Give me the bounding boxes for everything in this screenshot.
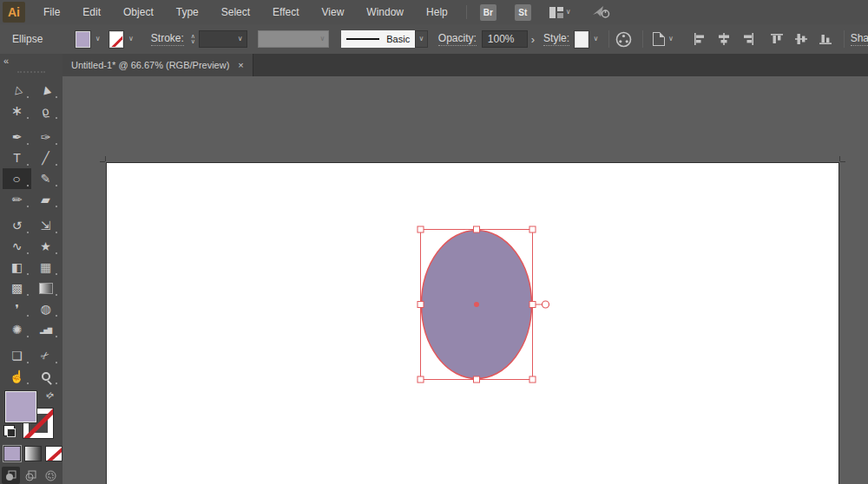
opacity-input[interactable]: 100%	[482, 30, 528, 48]
stepper-down-icon[interactable]: ∨	[191, 39, 195, 44]
shape-builder-tool[interactable]: ◧	[3, 257, 31, 278]
hand-tool[interactable]: ☝	[3, 366, 31, 387]
ellipse-tool[interactable]: ○	[3, 168, 31, 189]
menu-effect[interactable]: Effect	[261, 0, 310, 24]
handle-bottom-center[interactable]	[474, 376, 480, 383]
opacity-value: 100%	[488, 33, 515, 45]
zoom-tool[interactable]	[31, 366, 60, 387]
brush-definition-dropdown[interactable]: Basic	[341, 30, 415, 48]
control-bar: Ellipse ∨ ∨ Stroke: ∧ ∨ ∨ ∨ Basic ∨ Opac…	[0, 24, 868, 55]
handle-bottom-right[interactable]	[529, 376, 536, 383]
style-swatch[interactable]	[575, 31, 589, 48]
gradient-tool[interactable]	[31, 278, 60, 298]
align-center-horizontal-icon[interactable]	[714, 29, 733, 49]
width-tool[interactable]: ∿	[3, 236, 31, 257]
magic-wand-tool[interactable]: ∗	[3, 101, 31, 121]
document-tab[interactable]: Untitled-1* @ 66.67% (RGB/Preview) ×	[62, 54, 253, 76]
fill-proxy-swatch[interactable]	[5, 391, 36, 422]
menu-window[interactable]: Window	[355, 0, 415, 24]
eyedropper-tool[interactable]: ❜	[3, 298, 31, 319]
direct-selection-tool[interactable]: ▶	[31, 80, 60, 101]
pen-icon: ✒	[12, 131, 23, 143]
color-type-buttons	[3, 446, 62, 461]
menu-edit[interactable]: Edit	[71, 0, 112, 24]
handle-middle-left[interactable]	[418, 302, 424, 308]
handle-middle-right[interactable]	[529, 302, 536, 308]
selection-tool[interactable]: ▷	[3, 80, 31, 101]
shaper-tool[interactable]: ✏	[3, 189, 31, 210]
pen-tool[interactable]: ✒	[3, 127, 31, 147]
align-top-icon[interactable]	[767, 29, 786, 49]
style-label[interactable]: Style:	[543, 32, 569, 46]
menu-object[interactable]: Object	[112, 0, 165, 24]
slice-tool[interactable]: ✂	[31, 345, 60, 366]
symbol-sprayer-tool[interactable]: ✺	[3, 319, 31, 340]
perspective-grid-tool[interactable]: ▦	[31, 257, 60, 278]
stroke-color-swatch[interactable]	[109, 31, 123, 48]
style-chevron-icon[interactable]: ∨	[593, 36, 598, 43]
stroke-weight-label[interactable]: Stroke:	[151, 32, 184, 46]
opacity-label[interactable]: Opacity:	[438, 32, 477, 46]
column-graph-tool[interactable]: ▂▅▇	[31, 319, 60, 340]
gpu-performance-icon[interactable]	[592, 5, 611, 19]
align-left-icon[interactable]	[690, 29, 709, 49]
variable-width-dropdown: ∨	[258, 30, 330, 48]
rotate-widget[interactable]	[542, 301, 549, 308]
artboard-tool[interactable]: ❏	[3, 345, 31, 366]
control-divider	[608, 30, 609, 48]
fill-color-swatch[interactable]	[76, 31, 89, 48]
handle-top-left[interactable]	[418, 226, 424, 232]
brush-chevron-button[interactable]: ∨	[415, 30, 428, 48]
document-tab-bar: Untitled-1* @ 66.67% (RGB/Preview) ×	[62, 54, 868, 76]
menu-select[interactable]: Select	[210, 0, 261, 24]
control-divider	[844, 30, 845, 48]
default-fill-stroke-icon[interactable]	[3, 425, 15, 436]
bridge-button[interactable]: Br	[480, 4, 496, 21]
eraser-tool[interactable]: ▰	[31, 189, 60, 210]
handle-top-right[interactable]	[529, 226, 536, 232]
blend-tool[interactable]: ◍	[31, 298, 60, 319]
menu-type[interactable]: Type	[165, 0, 210, 24]
recolor-artwork-icon[interactable]	[615, 31, 632, 48]
shape-panel-link[interactable]: Shape	[851, 32, 868, 46]
type-tool[interactable]: T	[3, 147, 31, 168]
color-button[interactable]	[3, 446, 21, 461]
puppet-warp-tool[interactable]: ★	[31, 236, 60, 257]
draw-inside-button[interactable]	[42, 467, 60, 484]
canvas-area[interactable]	[62, 76, 868, 484]
center-point[interactable]	[474, 302, 479, 307]
handle-bottom-left[interactable]	[418, 376, 424, 383]
stroke-chevron-icon[interactable]: ∨	[128, 36, 134, 43]
scale-tool[interactable]: ⇲	[31, 215, 60, 236]
fill-chevron-icon[interactable]: ∨	[95, 36, 101, 43]
align-center-vertical-icon[interactable]	[792, 29, 811, 49]
stroke-weight-stepper[interactable]: ∧ ∨	[191, 34, 195, 44]
panel-drag-handle[interactable]	[17, 71, 45, 73]
menu-help[interactable]: Help	[415, 0, 459, 24]
line-segment-tool[interactable]: ╱	[31, 147, 60, 168]
collapse-panel-button[interactable]: «	[3, 56, 8, 66]
align-right-icon[interactable]	[739, 29, 758, 49]
close-tab-icon[interactable]: ×	[238, 60, 243, 70]
none-button[interactable]	[45, 446, 62, 461]
isolate-object-button[interactable]: ∨	[653, 32, 674, 46]
gradient-button[interactable]	[24, 446, 42, 461]
stroke-weight-dropdown[interactable]: ∨	[199, 30, 247, 48]
opacity-expand-icon[interactable]: ›	[531, 33, 535, 46]
align-bottom-icon[interactable]	[816, 29, 835, 49]
symbol-sprayer-icon: ✺	[12, 324, 23, 336]
workspace-switcher-icon[interactable]: ∨	[549, 7, 571, 18]
handle-top-center[interactable]	[474, 226, 480, 232]
menu-view[interactable]: View	[311, 0, 356, 24]
paintbrush-tool[interactable]: ✎	[31, 168, 60, 189]
draw-behind-button[interactable]	[22, 467, 40, 484]
rotate-tool[interactable]: ↺	[3, 215, 31, 236]
hand-icon: ☝	[10, 370, 24, 383]
stock-button[interactable]: St	[515, 4, 531, 21]
curvature-tool[interactable]: ✑	[31, 127, 60, 147]
lasso-tool[interactable]: ϱ	[31, 101, 60, 121]
mesh-tool[interactable]: ▩	[3, 278, 31, 298]
menu-file[interactable]: File	[32, 0, 71, 24]
swap-fill-stroke-icon[interactable]: ⇆	[43, 389, 56, 402]
draw-normal-button[interactable]	[2, 467, 20, 484]
